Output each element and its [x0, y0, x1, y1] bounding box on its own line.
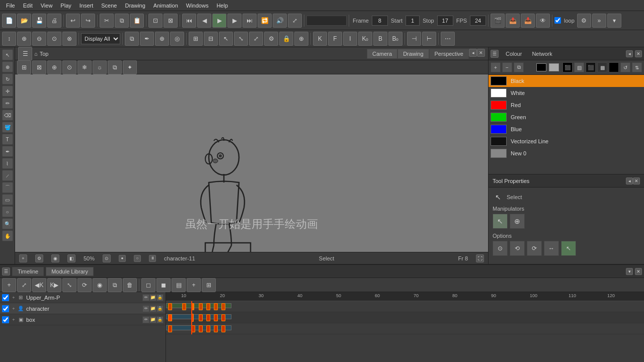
flip-button[interactable]: ⤢ — [288, 14, 302, 28]
vt-center[interactable]: ⊕ — [47, 60, 61, 74]
tb2-btn11[interactable]: ⊟ — [204, 32, 218, 46]
color-row-vline[interactable]: Vectorized Line — [489, 135, 644, 147]
tool-rotate[interactable]: ↻ — [2, 73, 13, 84]
opt-btn4[interactable]: ↔ — [544, 241, 559, 256]
color-row-white[interactable]: White — [489, 87, 644, 99]
tool-hand[interactable]: ✋ — [2, 230, 13, 241]
layer-upper-arm-edit[interactable]: ✏ — [142, 294, 149, 301]
black-swatch[interactable] — [609, 62, 619, 72]
menu-drawing[interactable]: Drawing — [121, 2, 149, 10]
tool-ellipse[interactable]: ○ — [2, 206, 13, 217]
tb2-btn12[interactable]: ↖ — [219, 32, 233, 46]
right-panel-menu-btn[interactable]: ☰ — [491, 50, 499, 58]
color-add-btn[interactable]: + — [491, 62, 501, 72]
layer-box-edit[interactable]: ✏ — [142, 316, 149, 323]
layer-box-folder[interactable]: 📁 — [149, 316, 156, 323]
manip-select-btn[interactable]: ↖ — [493, 214, 508, 229]
vt-onion2[interactable]: ☼ — [93, 60, 107, 74]
color-remove-btn[interactable]: − — [502, 62, 512, 72]
tb2-btn19[interactable]: F — [328, 32, 342, 46]
vp-mode2-btn[interactable]: ○ — [134, 255, 141, 262]
viewport-menu-btn[interactable]: ☰ — [18, 47, 32, 61]
layer-box-visible[interactable] — [2, 316, 9, 323]
layer-character-edit[interactable]: ✏ — [142, 305, 149, 312]
forward-button[interactable]: ⏭ — [243, 14, 257, 28]
right-panel-close[interactable]: ✕ — [635, 50, 642, 57]
opt-btn2[interactable]: ⟲ — [510, 241, 525, 256]
right-panel-collapse[interactable]: ◂ — [626, 50, 633, 57]
tp-close-btn[interactable]: ✕ — [633, 177, 640, 185]
tool-line[interactable]: ⟋ — [2, 170, 13, 181]
layer-upper-arm-expand[interactable]: + — [10, 294, 17, 301]
menu-insert[interactable]: Insert — [75, 2, 98, 10]
tb2-btn26[interactable]: ⋯ — [441, 32, 455, 46]
tb2-btn16[interactable]: 🔒 — [279, 32, 293, 46]
vt-reset[interactable]: ⊙ — [62, 60, 76, 74]
line-btn2[interactable]: ⬛ — [586, 62, 596, 72]
tb2-btn2[interactable]: ⊕ — [17, 32, 31, 46]
opt-btn1[interactable]: ⊙ — [493, 241, 508, 256]
tool-brush[interactable]: ✏ — [2, 98, 13, 109]
swap-color-btn[interactable]: ⇅ — [632, 62, 642, 72]
opt-btn3[interactable]: ⟳ — [527, 241, 542, 256]
viewport-close-btn[interactable]: ✕ — [477, 49, 485, 57]
tl-frame-prev[interactable]: ◻ — [141, 278, 155, 292]
tb2-btn9[interactable]: ◎ — [170, 32, 184, 46]
tab-perspective[interactable]: Perspective — [429, 49, 469, 59]
tb2-btn25[interactable]: ⊢ — [422, 32, 436, 46]
tb2-btn17[interactable]: ⊕ — [294, 32, 308, 46]
menu-animation[interactable]: Animation — [149, 2, 182, 10]
vt-grid[interactable]: ⊞ — [17, 60, 31, 74]
preview-button[interactable]: 👁 — [536, 14, 550, 28]
tb2-btn3[interactable]: ⊖ — [32, 32, 46, 46]
tb2-btn5[interactable]: ⊗ — [62, 32, 76, 46]
tb2-btn23[interactable]: B₀ — [388, 32, 403, 46]
tl-frame-next[interactable]: ◼ — [156, 278, 171, 292]
loop-button[interactable]: 🔁 — [258, 14, 272, 28]
add-view-btn[interactable]: + — [19, 254, 27, 262]
rewind-button[interactable]: ⏮ — [182, 14, 196, 28]
print-button[interactable]: 🖨 — [47, 14, 61, 28]
tool-paint[interactable]: 🪣 — [2, 122, 13, 133]
bg-color-swatch[interactable] — [549, 63, 559, 71]
redo-button[interactable]: ↪ — [81, 14, 95, 28]
layer-character-visible[interactable] — [2, 305, 9, 312]
scrubber[interactable] — [306, 16, 347, 26]
paste-button[interactable]: 📋 — [130, 14, 144, 28]
vt-grid2[interactable]: ⊠ — [32, 60, 46, 74]
viewport-collapse-btn[interactable]: ◂ — [469, 49, 477, 57]
select-all-button[interactable]: ⊡ — [148, 14, 163, 28]
tab-camera[interactable]: Camera — [367, 49, 397, 59]
vp-settings-btn[interactable]: ⚙ — [35, 254, 43, 262]
layer-character-expand[interactable]: + — [10, 305, 17, 312]
tab-drawing[interactable]: Drawing — [397, 49, 429, 59]
render-button[interactable]: 🎬 — [491, 14, 505, 28]
import-button[interactable]: 📥 — [521, 14, 535, 28]
layer-upper-arm-lock[interactable]: 🔒 — [156, 294, 164, 301]
tl-deform[interactable]: ⤢ — [17, 278, 31, 292]
loop-checkbox[interactable] — [554, 17, 561, 24]
frame-input[interactable] — [372, 16, 388, 26]
undo-button[interactable]: ↩ — [66, 14, 80, 28]
tool-transform[interactable]: ⊕ — [2, 61, 13, 72]
vt-copy-layers[interactable]: ⧉ — [108, 60, 122, 74]
menu-file[interactable]: File — [2, 2, 19, 10]
tl-expand[interactable]: ▤ — [172, 278, 186, 292]
display-select[interactable]: Display All — [81, 33, 120, 44]
manip-transform-btn[interactable]: ⊕ — [510, 214, 525, 229]
layer-upper-arm-folder[interactable]: 📁 — [149, 294, 156, 301]
color-row-green[interactable]: Green — [489, 111, 644, 123]
color-row-red[interactable]: Red — [489, 99, 644, 111]
layer-character-folder[interactable]: 📁 — [149, 305, 156, 312]
open-button[interactable]: 📂 — [17, 14, 31, 28]
vp-fullscreen-btn[interactable]: ⛶ — [476, 254, 484, 262]
fill-color-btn[interactable]: ▨ — [574, 62, 584, 72]
opt-btn5[interactable]: ↖ — [561, 241, 576, 256]
tool-eraser[interactable]: ⌫ — [2, 110, 13, 121]
start-input[interactable] — [406, 16, 420, 26]
menu-play[interactable]: Play — [56, 2, 75, 10]
fg-color-swatch[interactable] — [536, 63, 546, 71]
layer-box-expand[interactable]: + — [10, 316, 17, 323]
tl-solo[interactable]: ◉ — [93, 278, 107, 292]
tab-timeline[interactable]: Timeline — [12, 267, 44, 276]
